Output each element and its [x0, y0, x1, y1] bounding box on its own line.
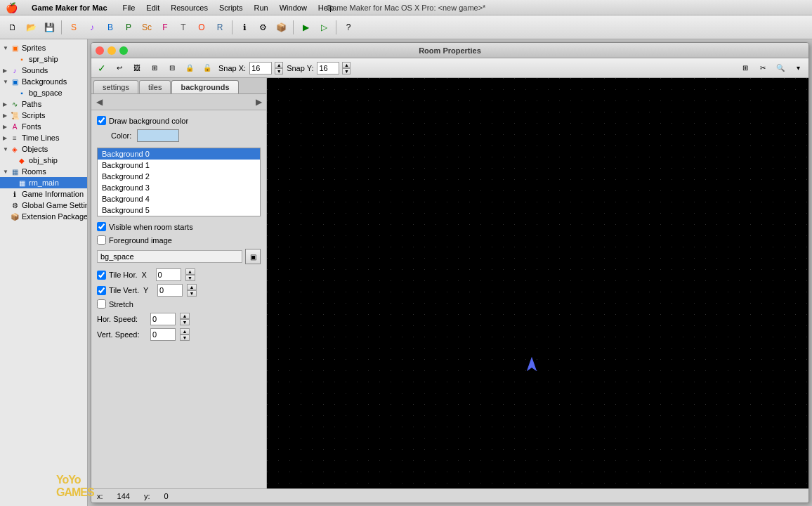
- panel-next-arrow[interactable]: ▶: [252, 96, 265, 108]
- bg-list-item-4[interactable]: Background 4: [98, 193, 260, 205]
- toolbar-save[interactable]: 💾: [41, 19, 58, 36]
- tile-vert-up[interactable]: ▲: [187, 284, 197, 290]
- bg-list-item-0[interactable]: Background 0: [98, 148, 260, 160]
- toolbar-ext[interactable]: 📦: [273, 19, 289, 36]
- room-canvas[interactable]: [267, 78, 808, 488]
- sidebar-item-paths[interactable]: ▶ ∿ Paths: [0, 98, 87, 110]
- tab-tiles[interactable]: tiles: [139, 80, 171, 93]
- room-tool-copy[interactable]: ⊞: [147, 60, 162, 76]
- toolbar-script[interactable]: Sc: [138, 19, 155, 36]
- tile-hor-checkbox[interactable]: [97, 271, 106, 280]
- visible-label[interactable]: Visible when room starts: [97, 222, 193, 231]
- sidebar-item-sprites[interactable]: ▼ ▣ Sprites: [0, 42, 87, 53]
- toolbar-open[interactable]: 📂: [22, 19, 39, 36]
- toolbar-new[interactable]: 🗋: [4, 19, 21, 36]
- room-tool-check[interactable]: ✓: [94, 60, 110, 76]
- toolbar-object[interactable]: O: [193, 19, 210, 36]
- tile-vert-label[interactable]: Tile Vert.: [97, 286, 139, 295]
- sidebar-item-sounds[interactable]: ▶ ♪ Sounds: [0, 65, 87, 76]
- window-close-button[interactable]: [96, 46, 104, 55]
- tab-settings[interactable]: settings: [93, 80, 138, 93]
- draw-bg-color-label[interactable]: Draw background color: [97, 116, 188, 125]
- sidebar-item-time-lines[interactable]: ▶ ≡ Time Lines: [0, 132, 87, 143]
- bg-list-item-5[interactable]: Background 5: [98, 205, 260, 216]
- menu-run[interactable]: Run: [249, 2, 274, 13]
- toolbar-room[interactable]: R: [211, 19, 228, 36]
- draw-bg-color-checkbox[interactable]: [97, 116, 106, 125]
- toolbar-global[interactable]: ⚙: [254, 19, 271, 36]
- sidebar-item-obj-ship[interactable]: ◆ obj_ship: [0, 155, 87, 166]
- tile-hor-value[interactable]: [156, 268, 181, 281]
- stretch-label[interactable]: Stretch: [97, 299, 133, 309]
- tile-hor-up[interactable]: ▲: [185, 268, 195, 275]
- snap-y-down[interactable]: ▼: [342, 68, 351, 74]
- toolbar-debug[interactable]: ▷: [315, 19, 332, 36]
- vert-speed-input[interactable]: [150, 328, 176, 341]
- bg-image-select-button[interactable]: ▣: [245, 249, 261, 264]
- color-swatch[interactable]: [137, 129, 179, 142]
- toolbar-font[interactable]: F: [157, 19, 173, 36]
- menu-edit[interactable]: Edit: [140, 2, 165, 13]
- room-tool-magnet[interactable]: ✂: [755, 60, 771, 76]
- hor-speed-input[interactable]: [150, 313, 176, 325]
- toolbar-sprite[interactable]: S: [65, 19, 82, 36]
- stretch-checkbox[interactable]: [97, 299, 106, 309]
- snap-y-up[interactable]: ▲: [342, 62, 351, 68]
- sidebar-item-bg-space[interactable]: ▪ bg_space: [0, 87, 87, 98]
- room-tool-unlock[interactable]: 🔓: [199, 60, 215, 76]
- bg-list-item-2[interactable]: Background 2: [98, 171, 260, 182]
- sidebar-item-ext-packages[interactable]: 📦 Extension Packages: [0, 211, 87, 222]
- foreground-label[interactable]: Foreground image: [97, 235, 172, 245]
- room-tool-lock[interactable]: 🔒: [182, 60, 197, 76]
- sidebar-item-rooms[interactable]: ▼ ▦ Rooms: [0, 166, 87, 177]
- hor-speed-down[interactable]: ▼: [180, 319, 190, 325]
- menu-resources[interactable]: Resources: [165, 2, 214, 13]
- menu-file[interactable]: File: [117, 2, 141, 13]
- snap-x-up[interactable]: ▲: [275, 62, 283, 68]
- room-tool-paste[interactable]: ⊟: [164, 60, 180, 76]
- sidebar-item-backgrounds[interactable]: ▼ ▣ Backgrounds: [0, 76, 87, 87]
- vert-speed-down[interactable]: ▼: [180, 335, 190, 341]
- room-tool-zoom-out[interactable]: ▾: [790, 60, 806, 76]
- toolbar-bg[interactable]: B: [102, 19, 119, 36]
- vert-speed-up[interactable]: ▲: [180, 328, 190, 335]
- snap-x-down[interactable]: ▼: [275, 68, 283, 74]
- sidebar-item-rm-main[interactable]: ▦ rm_main: [0, 177, 87, 188]
- panel-prev-arrow[interactable]: ◀: [93, 96, 105, 108]
- tile-vert-value[interactable]: [157, 284, 183, 297]
- room-tool-zoom-in[interactable]: 🔍: [773, 60, 788, 76]
- sidebar-item-scripts[interactable]: ▶ 📜 Scripts: [0, 110, 87, 121]
- snap-x-input[interactable]: [249, 62, 272, 74]
- room-tool-save-image[interactable]: 🖼: [129, 60, 145, 76]
- menu-scripts[interactable]: Scripts: [214, 2, 249, 13]
- tile-hor-label[interactable]: Tile Hor.: [97, 271, 138, 280]
- menu-window[interactable]: Window: [274, 2, 313, 13]
- toolbar-run[interactable]: ▶: [297, 19, 314, 36]
- hor-speed-up[interactable]: ▲: [180, 313, 190, 319]
- bg-list-item-1[interactable]: Background 1: [98, 160, 260, 171]
- toolbar-time[interactable]: T: [175, 19, 192, 36]
- snap-y-input[interactable]: [317, 62, 339, 74]
- sidebar-item-global-settings[interactable]: ⚙ Global Game Settin...: [0, 200, 87, 211]
- bg-list-item-3[interactable]: Background 3: [98, 182, 260, 193]
- sidebar-item-objects[interactable]: ▼ ◈ Objects: [0, 143, 87, 155]
- visible-checkbox[interactable]: [97, 222, 106, 231]
- foreground-checkbox[interactable]: [97, 235, 106, 245]
- toolbar-sound[interactable]: ♪: [84, 19, 100, 36]
- toolbar-path[interactable]: P: [120, 19, 137, 36]
- sidebar-item-game-info[interactable]: ℹ Game Information: [0, 188, 87, 200]
- toolbar-help[interactable]: ?: [340, 19, 357, 36]
- sidebar-item-spr-ship[interactable]: ▪ spr_ship: [0, 53, 87, 65]
- apple-menu[interactable]: 🍎: [6, 2, 18, 13]
- window-maximize-button[interactable]: [119, 46, 128, 55]
- window-minimize-button[interactable]: [107, 46, 116, 55]
- room-tool-undo[interactable]: ↩: [112, 60, 127, 76]
- tab-backgrounds[interactable]: backgrounds: [171, 80, 238, 93]
- tile-vert-checkbox[interactable]: [97, 286, 106, 295]
- sidebar-item-fonts[interactable]: ▶ A Fonts: [0, 121, 87, 132]
- toolbar-game-info[interactable]: ℹ: [236, 19, 253, 36]
- room-tool-grid[interactable]: ⊞: [738, 60, 753, 76]
- tile-vert-down[interactable]: ▼: [187, 290, 197, 297]
- background-list[interactable]: Background 0 Background 1 Background 2 B…: [97, 148, 261, 216]
- tile-hor-down[interactable]: ▼: [185, 275, 195, 281]
